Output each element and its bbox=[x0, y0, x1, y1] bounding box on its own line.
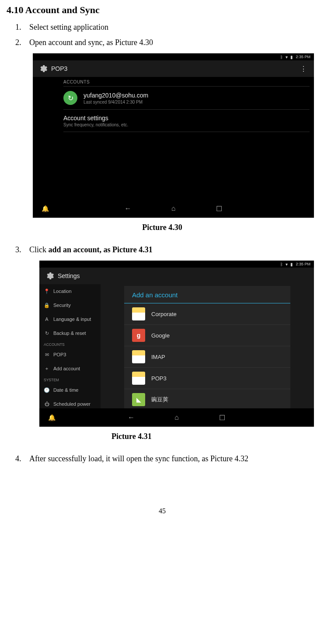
sidebar-item-language[interactable]: A Language & input bbox=[39, 312, 101, 326]
mail-icon bbox=[132, 307, 145, 320]
sidebar-label: POP3 bbox=[53, 352, 66, 357]
account-option-pop3[interactable]: POP3 bbox=[124, 368, 290, 389]
account-email: yufang2010@sohu.com bbox=[84, 92, 310, 99]
divider bbox=[63, 132, 310, 132]
notification-icon[interactable]: 🔔 bbox=[42, 205, 49, 212]
sidebar-section-accounts: ACCOUNTS bbox=[39, 340, 101, 348]
sidebar-label: Language & input bbox=[53, 317, 91, 322]
account-last-synced: Last synced 9/4/2014 2:30 PM bbox=[84, 100, 310, 104]
battery-icon: ▮ bbox=[290, 262, 293, 267]
wifi-icon: ▾ bbox=[286, 55, 288, 59]
option-label: Google bbox=[151, 332, 170, 339]
account-option-wandoujia[interactable]: ◣ 豌豆荚 bbox=[124, 389, 290, 410]
settings-sidebar: 📍 Location 🔒 Security A Language & input… bbox=[39, 284, 101, 425]
home-button[interactable]: ⌂ bbox=[169, 411, 184, 424]
screenshot-4-30: ᛒ ▾ ▮ 2:35 PM POP3 ⋮ ACCOUNTS yufang2010… bbox=[33, 53, 314, 218]
option-label: 豌豆荚 bbox=[151, 396, 168, 404]
sidebar-item-location[interactable]: 📍 Location bbox=[39, 284, 101, 298]
account-settings-title: Account settings bbox=[63, 115, 310, 122]
back-button[interactable]: ← bbox=[121, 202, 136, 215]
mail-icon bbox=[132, 372, 145, 385]
screen-title: POP3 bbox=[51, 65, 297, 72]
power-icon: ⏻ bbox=[44, 401, 50, 407]
sidebar-item-datetime[interactable]: 🕐 Date & time bbox=[39, 383, 101, 397]
page-number: 45 bbox=[7, 507, 318, 515]
account-row[interactable]: yufang2010@sohu.com Last synced 9/4/2014… bbox=[33, 87, 314, 109]
navigation-bar: 🔔 ← ⌂ ☐ bbox=[39, 408, 314, 427]
plus-icon: + bbox=[44, 366, 50, 371]
sidebar-label: Security bbox=[53, 303, 71, 308]
recents-button[interactable]: ☐ bbox=[212, 202, 226, 215]
app-header: Settings bbox=[39, 268, 314, 284]
bluetooth-icon: ᛒ bbox=[280, 262, 283, 267]
step-text: After successfully load, it will open th… bbox=[29, 454, 318, 463]
sidebar-label: Location bbox=[53, 289, 72, 294]
navigation-bar: 🔔 ← ⌂ ☐ bbox=[33, 199, 314, 218]
step-num: 2. bbox=[15, 38, 29, 47]
back-button[interactable]: ← bbox=[124, 411, 139, 424]
caption-4-30: Picture 4.30 bbox=[7, 223, 318, 232]
overflow-menu-icon[interactable]: ⋮ bbox=[297, 63, 310, 75]
sync-icon bbox=[63, 91, 77, 105]
wandoujia-icon: ◣ bbox=[132, 393, 145, 406]
clock: 2:35 PM bbox=[296, 262, 310, 266]
sidebar-section-system: SYSTEM bbox=[39, 376, 101, 383]
add-account-dialog: Add an account Corporate g Google IMAP bbox=[124, 286, 290, 412]
step-num: 4. bbox=[15, 454, 29, 463]
clock: 2:35 PM bbox=[296, 55, 310, 59]
step-text: Click add an account, as Picture 4.31 bbox=[29, 245, 318, 254]
location-icon: 📍 bbox=[44, 289, 50, 294]
dialog-title: Add an account bbox=[124, 286, 290, 303]
backup-icon: ↻ bbox=[44, 331, 50, 336]
option-label: POP3 bbox=[151, 375, 167, 382]
account-option-imap[interactable]: IMAP bbox=[124, 346, 290, 368]
step-2: 2. Open account and sync, as Picture 4.3… bbox=[15, 38, 318, 47]
gear-icon[interactable] bbox=[44, 270, 55, 282]
step-num: 1. bbox=[15, 23, 29, 32]
notification-icon[interactable]: 🔔 bbox=[48, 414, 56, 421]
account-option-corporate[interactable]: Corporate bbox=[124, 303, 290, 325]
step-text: Open account and sync, as Picture 4.30 bbox=[29, 38, 318, 47]
google-icon: g bbox=[132, 329, 145, 342]
home-button[interactable]: ⌂ bbox=[166, 202, 181, 215]
account-option-google[interactable]: g Google bbox=[124, 325, 290, 346]
caption-4-31: Picture 4.31 bbox=[7, 432, 318, 441]
mail-icon: ✉ bbox=[44, 352, 50, 358]
sidebar-label: Add account bbox=[53, 366, 80, 371]
section-heading: 4.10 Account and Sync bbox=[7, 4, 318, 16]
language-icon: A bbox=[44, 317, 50, 322]
bluetooth-icon: ᛒ bbox=[280, 55, 283, 59]
app-header: POP3 ⋮ bbox=[33, 60, 314, 77]
wifi-icon: ▾ bbox=[286, 262, 288, 267]
step-num: 3. bbox=[15, 245, 29, 254]
option-label: Corporate bbox=[151, 311, 177, 317]
clock-icon: 🕐 bbox=[44, 387, 50, 393]
recents-button[interactable]: ☐ bbox=[215, 411, 230, 424]
step-4: 4. After successfully load, it will open… bbox=[15, 454, 318, 463]
status-bar: ᛒ ▾ ▮ 2:35 PM bbox=[33, 53, 314, 60]
gear-icon[interactable] bbox=[37, 63, 49, 74]
accounts-section-label: ACCOUNTS bbox=[33, 77, 314, 86]
mail-icon bbox=[132, 350, 145, 363]
step-3: 3. Click add an account, as Picture 4.31 bbox=[15, 245, 318, 254]
sidebar-item-backup[interactable]: ↻ Backup & reset bbox=[39, 326, 101, 340]
sidebar-label: Backup & reset bbox=[53, 331, 86, 336]
screenshot-4-31: ᛒ ▾ ▮ 2:35 PM Settings 📍 Location 🔒 Secu… bbox=[39, 261, 314, 427]
account-settings-row[interactable]: Account settings Sync frequency, notific… bbox=[33, 110, 314, 132]
lock-icon: 🔒 bbox=[44, 303, 50, 308]
sidebar-label: Scheduled power bbox=[53, 401, 91, 407]
status-bar: ᛒ ▾ ▮ 2:35 PM bbox=[39, 261, 314, 268]
sidebar-label: Date & time bbox=[53, 387, 78, 393]
account-settings-sub: Sync frequency, notifications, etc. bbox=[63, 122, 310, 127]
step-1: 1. Select setting application bbox=[15, 23, 318, 32]
sidebar-item-pop3[interactable]: ✉ POP3 bbox=[39, 348, 101, 362]
battery-icon: ▮ bbox=[290, 55, 293, 59]
sidebar-item-security[interactable]: 🔒 Security bbox=[39, 298, 101, 312]
sidebar-item-add-account[interactable]: + Add account bbox=[39, 362, 101, 376]
option-label: IMAP bbox=[151, 354, 165, 360]
step-text: Select setting application bbox=[29, 23, 318, 32]
screen-title: Settings bbox=[58, 272, 310, 279]
